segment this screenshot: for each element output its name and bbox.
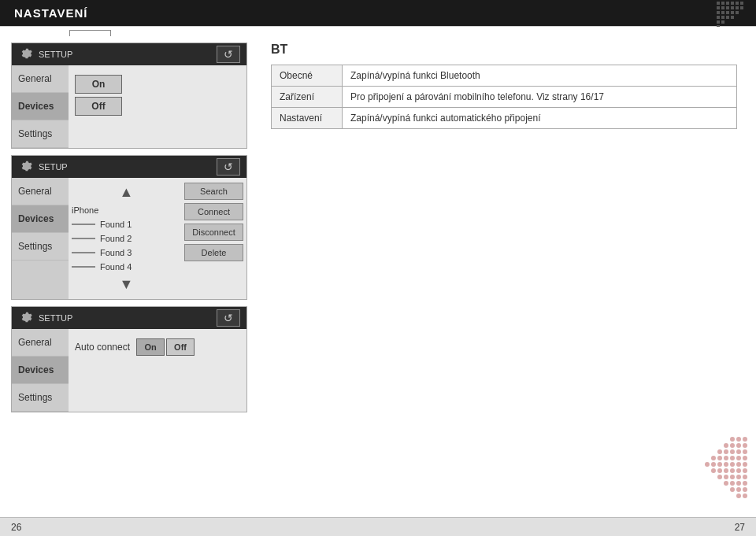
panel-3-nav-settings[interactable]: Settings [12,384,69,412]
svg-rect-6 [717,6,720,9]
svg-point-37 [717,456,722,460]
svg-rect-12 [717,11,720,14]
device-item-2: Found 2 [72,232,181,245]
connector-lines [0,27,756,35]
delete-button[interactable]: Delete [184,244,243,261]
panel-3-label: SETTUP [39,313,72,323]
panel-1-content: On Off [69,65,246,148]
svg-point-65 [736,487,741,492]
panel-3-reset-button[interactable]: ↺ [217,309,240,327]
svg-rect-14 [726,11,729,14]
value-obecne: Zapíná/vypíná funkci Bluetooth [343,65,737,87]
svg-point-58 [736,475,741,479]
panel-1-buttons: On Off [75,75,240,116]
table-row-zarizeni: Zařízení Pro připojení a párování mobiln… [272,87,737,108]
svg-point-64 [730,487,735,492]
svg-rect-11 [740,6,743,9]
svg-point-51 [724,468,728,473]
device-found-1: Found 1 [100,220,132,229]
svg-rect-4 [736,2,739,5]
disconnect-button[interactable]: Disconnect [184,224,243,241]
device-item-1: Found 1 [72,218,181,231]
panel-1-nav-devices[interactable]: Devices [12,93,69,120]
svg-point-30 [743,443,747,448]
svg-point-29 [736,443,741,448]
svg-point-36 [711,456,716,460]
svg-rect-0 [717,2,720,5]
panel-2-reset-button[interactable]: ↺ [217,158,240,176]
svg-point-35 [743,449,747,454]
panel-1-on-button[interactable]: On [75,75,122,94]
panel-1: SETTUP ↺ General Devices Settings On Off [11,43,247,149]
device-line-4 [72,266,95,268]
main-content: SETTUP ↺ General Devices Settings On Off [0,35,756,523]
auto-connect-off-button[interactable]: Off [166,338,195,356]
panel-3-nav: General Devices Settings [12,329,69,412]
svg-point-43 [711,462,716,467]
svg-point-55 [717,475,722,479]
device-item-3: Found 3 [72,246,181,259]
panel-2-header: SETUP ↺ [12,156,246,178]
svg-point-67 [736,493,741,498]
device-found-2: Found 2 [100,234,132,243]
svg-rect-5 [740,2,743,5]
page-title: NASTAVENÍ [14,6,87,20]
svg-point-24 [730,437,735,442]
panel-2-nav-general[interactable]: General [12,178,69,205]
page-footer: 26 27 [0,517,756,536]
svg-point-38 [724,456,728,460]
svg-point-40 [736,456,741,460]
panel-1-off-button[interactable]: Off [75,97,122,116]
svg-rect-18 [721,16,724,19]
label-nastaveni: Nastavení [272,108,343,129]
table-row-nastaveni: Nastavení Zapíná/vypíná funkci automatic… [272,108,737,129]
svg-point-60 [724,481,728,486]
device-line-1 [72,224,95,225]
panel-2-nav-settings[interactable]: Settings [12,233,69,261]
search-button[interactable]: Search [184,183,243,200]
svg-rect-16 [736,11,739,14]
svg-rect-17 [717,16,720,19]
panel-3-nav-devices[interactable]: Devices [12,357,69,384]
svg-point-33 [730,449,735,454]
panel-1-nav-general[interactable]: General [12,65,69,93]
panel-3-nav-general[interactable]: General [12,329,69,357]
panel-1-nav-settings[interactable]: Settings [12,120,69,148]
panel-1-body: General Devices Settings On Off [12,65,246,148]
panel-1-reset-button[interactable]: ↺ [217,46,240,63]
device-line-3 [72,252,95,253]
panel-2-label: SETUP [39,162,68,172]
svg-rect-3 [731,2,734,5]
devices-scroll-up[interactable]: ▲ [72,183,181,202]
panel-2-body: General Devices Settings ▲ iPhone Found … [12,178,246,299]
svg-point-62 [736,481,741,486]
value-zarizeni: Pro připojení a párování mobilního telef… [343,87,737,108]
device-actions: Search Connect Disconnect Delete [184,183,243,294]
page-number-left: 26 [11,522,21,533]
svg-point-41 [743,456,747,460]
device-found-3: Found 3 [100,248,132,257]
devices-scroll-down[interactable]: ▼ [72,275,181,294]
svg-point-39 [730,456,735,460]
panel-2-nav-devices[interactable]: Devices [12,205,69,233]
svg-point-45 [724,462,728,467]
panel-2: SETUP ↺ General Devices Settings ▲ iPhon… [11,155,247,300]
bt-section-title: BT [271,43,737,57]
svg-rect-15 [731,11,734,14]
panel-1-label: SETTUP [39,50,72,59]
auto-connect-on-button[interactable]: On [136,338,165,356]
iphone-label: iPhone [72,205,98,215]
label-zarizeni: Zařízení [272,87,343,108]
svg-point-47 [736,462,741,467]
svg-rect-2 [726,2,729,5]
page-number-right: 27 [735,522,745,533]
svg-point-53 [736,468,741,473]
svg-point-50 [717,468,722,473]
svg-point-68 [743,493,747,498]
panel-3: SETTUP ↺ General Devices Settings Auto c… [11,306,247,412]
svg-point-46 [730,462,735,467]
svg-rect-22 [721,20,724,24]
connect-button[interactable]: Connect [184,203,243,220]
gear-icon-3 [18,310,34,326]
svg-point-25 [736,437,741,442]
